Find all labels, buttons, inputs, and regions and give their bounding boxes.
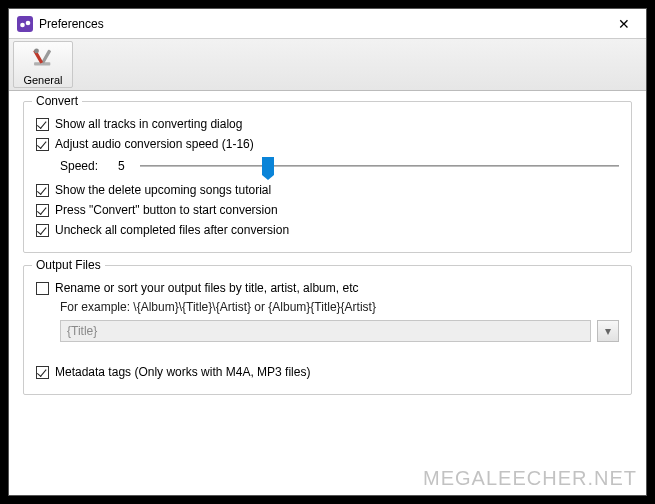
app-icon xyxy=(17,16,33,32)
preferences-window: Preferences ✕ General Convert Show all t… xyxy=(8,8,647,496)
show-all-tracks-row: Show all tracks in converting dialog xyxy=(36,116,619,132)
rename-label: Rename or sort your output files by titl… xyxy=(55,280,358,296)
pattern-input[interactable]: {Title} xyxy=(60,320,591,342)
close-icon: ✕ xyxy=(618,16,630,32)
uncheck-completed-row: Uncheck all completed files after conver… xyxy=(36,222,619,238)
metadata-label: Metadata tags (Only works with M4A, MP3 … xyxy=(55,364,310,380)
show-all-tracks-label: Show all tracks in converting dialog xyxy=(55,116,242,132)
show-delete-tutorial-checkbox[interactable] xyxy=(36,184,49,197)
titlebar: Preferences ✕ xyxy=(9,9,646,39)
press-convert-row: Press "Convert" button to start conversi… xyxy=(36,202,619,218)
speed-value: 5 xyxy=(118,159,132,173)
metadata-checkbox[interactable] xyxy=(36,366,49,379)
toolbar: General xyxy=(9,39,646,91)
convert-group: Convert Show all tracks in converting di… xyxy=(23,101,632,253)
slider-track xyxy=(140,165,619,167)
press-convert-label: Press "Convert" button to start conversi… xyxy=(55,202,278,218)
output-files-group-title: Output Files xyxy=(32,258,105,272)
rename-checkbox[interactable] xyxy=(36,282,49,295)
pattern-placeholder: {Title} xyxy=(67,324,97,338)
tools-icon xyxy=(30,46,56,74)
close-button[interactable]: ✕ xyxy=(601,9,646,39)
adjust-speed-label: Adjust audio conversion speed (1-16) xyxy=(55,136,254,152)
metadata-row: Metadata tags (Only works with M4A, MP3 … xyxy=(36,364,619,380)
slider-thumb[interactable] xyxy=(262,157,274,175)
adjust-speed-row: Adjust audio conversion speed (1-16) xyxy=(36,136,619,152)
uncheck-completed-checkbox[interactable] xyxy=(36,224,49,237)
general-tab[interactable]: General xyxy=(13,41,73,88)
svg-point-2 xyxy=(26,20,31,25)
svg-point-1 xyxy=(20,22,25,27)
svg-rect-0 xyxy=(17,16,33,32)
convert-group-title: Convert xyxy=(32,94,82,108)
svg-rect-3 xyxy=(34,62,50,65)
speed-slider[interactable] xyxy=(140,156,619,176)
uncheck-completed-label: Uncheck all completed files after conver… xyxy=(55,222,289,238)
chevron-down-icon: ▾ xyxy=(605,324,611,338)
general-tab-label: General xyxy=(23,74,62,86)
press-convert-checkbox[interactable] xyxy=(36,204,49,217)
show-delete-tutorial-row: Show the delete upcoming songs tutorial xyxy=(36,182,619,198)
output-files-group: Output Files Rename or sort your output … xyxy=(23,265,632,395)
rename-example: For example: \{Album}\{Title}\{Artist} o… xyxy=(60,300,619,314)
adjust-speed-checkbox[interactable] xyxy=(36,138,49,151)
pattern-row: {Title} ▾ xyxy=(60,320,619,342)
speed-slider-row: Speed: 5 xyxy=(60,156,619,176)
pattern-dropdown-button[interactable]: ▾ xyxy=(597,320,619,342)
show-all-tracks-checkbox[interactable] xyxy=(36,118,49,131)
svg-point-6 xyxy=(34,48,39,53)
rename-row: Rename or sort your output files by titl… xyxy=(36,280,619,296)
show-delete-tutorial-label: Show the delete upcoming songs tutorial xyxy=(55,182,271,198)
window-title: Preferences xyxy=(39,17,601,31)
content-area: Convert Show all tracks in converting di… xyxy=(9,91,646,495)
speed-label: Speed: xyxy=(60,159,118,173)
